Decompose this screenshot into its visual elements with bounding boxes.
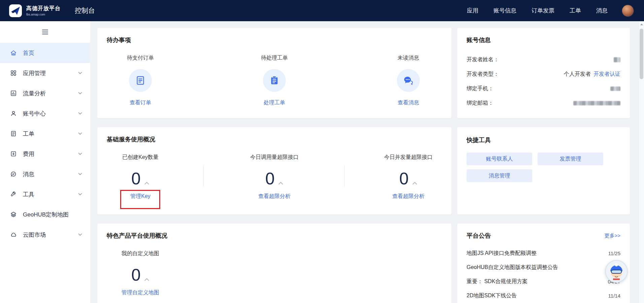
sidebar-item-geohub[interactable]: GeoHUB定制地图 [0,204,90,225]
sidebar-item-traffic-analysis[interactable]: 流量分析 [0,83,90,103]
quick-tools-card: 快捷工具 账号联系人 发票管理 消息管理 [457,127,630,214]
amap-logo-icon [9,4,22,18]
sidebar-item-app-management[interactable]: 应用管理 [0,63,90,83]
tools-buttons: 账号联系人 发票管理 消息管理 [467,153,620,182]
chat-icon-circle [397,69,420,92]
developer-verify-link[interactable]: 开发者认证 [594,71,620,78]
account-row-name: 开发者姓名： [467,53,620,67]
manage-key-link[interactable]: 管理Key [130,193,150,200]
redacted-value [614,57,620,62]
redacted-value [573,101,620,105]
nav-item-account-info[interactable]: 账号信息 [494,7,516,14]
column-divider [344,165,345,187]
user-icon [10,110,17,117]
todo-card-title: 待办事项 [107,36,442,44]
stat-call-limit: 今日调用量超限接口 0 查看超限分析 [241,154,308,200]
console-nav-label[interactable]: 控制台 [75,6,95,15]
view-orders-link[interactable]: 查看订单 [130,99,151,106]
sidebar-item-messages[interactable]: 消息 [0,164,90,184]
apps-icon [10,70,17,76]
basic-usage-card: 基础服务使用概况 已创建Key数量 0 管理Key 今日调用量超限接口 0 [97,127,451,214]
announcements-title: 平台公告 [467,232,491,240]
trend-caret-icon [412,181,417,185]
stat-created-keys: 已创建Key数量 0 管理Key [107,154,174,200]
sidebar-collapse-icon[interactable] [0,21,90,43]
stat-value: 0 [131,266,141,284]
nav-item-tickets[interactable]: 工单 [570,7,581,14]
announcement-title[interactable]: GeoHUB自定义地图版本权益调整公告 [467,264,558,271]
sidebar-item-tickets[interactable]: 工单 [0,124,90,144]
brand-logo[interactable]: 高德开放平台 lbs.amap.com [9,4,61,18]
message-management-button[interactable]: 消息管理 [467,169,532,182]
manage-custom-map-link[interactable]: 管理自定义地图 [122,289,159,296]
sidebar-item-label: 应用管理 [23,69,46,77]
chevron-down-icon [78,92,82,95]
view-limit-analysis-link-1[interactable]: 查看超限分析 [258,193,291,200]
tools-icon [10,191,17,198]
scroll-up-arrow-icon[interactable] [639,21,644,27]
announcements-list: 地图JS API接口免费配额调整 11/25 GeoHUB自定义地图版本权益调整… [467,246,620,303]
more-announcements-link[interactable]: 更多>> [604,233,620,239]
account-label: 绑定手机： [467,85,494,92]
contact-button[interactable]: 账号联系人 [467,153,532,165]
clipboard-icon-circle [263,69,286,92]
todo-label: 未读消息 [398,55,419,62]
announcement-row: GeoHUB自定义地图版本权益调整公告 [467,260,620,274]
view-messages-link[interactable]: 查看消息 [398,99,419,106]
account-row-phone: 绑定手机： [467,81,620,96]
brand-title: 高德开放平台 [26,5,61,12]
sidebar-item-cloud-market[interactable]: 云图市场 [0,225,90,245]
content-left-column: 待办事项 待支付订单 查看订单 待处理工单 [97,28,451,303]
announcement-row: 重要： SDK合规使用方案 04/27 [467,274,620,289]
todo-card: 待办事项 待支付订单 查看订单 待处理工单 [97,28,451,118]
account-info-card: 账号信息 开发者姓名： 开发者类型： 个人开发者 开发者认证 绑定手机： [457,28,630,118]
sidebar-item-home[interactable]: 首页 [0,43,90,63]
cloud-icon [10,231,17,238]
nav-item-applications[interactable]: 应用 [467,7,478,14]
todo-row: 待支付订单 查看订单 待处理工单 [107,55,442,106]
redacted-value [610,87,620,91]
sidebar-item-label: 首页 [23,49,34,57]
message-icon [10,171,17,177]
trend-caret-icon [144,181,149,185]
chart-icon [10,90,17,97]
hamburger-icon [42,30,48,34]
trend-caret-icon [278,181,283,185]
sidebar-item-label: 云图市场 [23,231,46,239]
feature-usage-card: 特色产品平台使用概况 我的自定义地图 0 管理自定义地图 [97,224,451,303]
clipboard-icon [269,75,280,86]
stat-value: 0 [265,169,275,188]
sidebar-item-label: 工单 [23,130,34,138]
navbar-menu: 应用 账号信息 订单发票 工单 消息 [467,7,608,14]
stat-label: 今日并发量超限接口 [384,154,433,161]
column-divider [203,165,204,187]
announcement-title[interactable]: 地图JS API接口免费配额调整 [467,250,537,257]
feature-stats-row: 我的自定义地图 0 管理自定义地图 [107,250,442,296]
sidebar-item-fees[interactable]: 费用 [0,144,90,164]
announcement-date: 11/14 [608,293,620,299]
stat-label: 今日调用量超限接口 [250,154,299,161]
view-limit-analysis-link-2[interactable]: 查看超限分析 [392,193,425,200]
chevron-down-icon [78,233,82,236]
scrollbar[interactable] [639,21,644,303]
announcement-title[interactable]: 2D地图SDK下线公告 [467,292,517,299]
chat-icon [403,75,414,86]
stat-value-row: 0 [265,169,283,188]
stat-value-row: 0 [131,169,149,188]
sidebar-item-tools[interactable]: 工具 [0,184,90,204]
sidebar-item-label: 消息 [23,170,34,178]
invoice-management-button[interactable]: 发票管理 [538,153,603,165]
brand-subtitle: lbs.amap.com [26,13,61,16]
announcement-title[interactable]: 重要： SDK合规使用方案 [467,278,528,285]
stat-value-row: 0 [131,266,149,284]
assistant-mascot-widget[interactable] [605,260,628,283]
nav-item-orders-invoices[interactable]: 订单发票 [532,7,554,14]
user-avatar[interactable] [622,5,634,17]
handle-tickets-link[interactable]: 处理工单 [264,99,285,106]
sidebar-item-account-center[interactable]: 账号中心 [0,103,90,124]
scrollbar-thumb[interactable] [640,29,643,79]
nav-item-messages[interactable]: 消息 [596,7,608,14]
order-icon [135,75,146,86]
account-label: 开发者类型： [467,71,499,78]
sidebar: 首页 应用管理 流量分析 账号中心 [0,21,90,303]
